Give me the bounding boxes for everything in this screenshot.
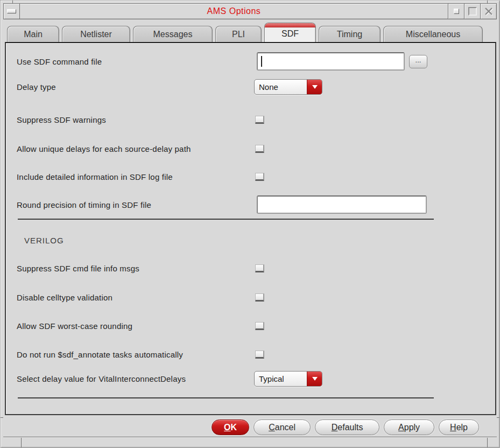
tab-timing[interactable]: Timing [319,26,381,42]
minimize-icon [454,9,459,14]
disable-celltype-label: Disable celltype validation [17,293,254,302]
no-sdf-annotate-checkbox[interactable] [255,351,264,359]
bottom-frame-line [3,437,497,437]
sdf-command-file-row: Use SDF command file ... [17,51,487,72]
tab-messages[interactable]: Messages [133,26,213,42]
delay-type-value: None [255,82,307,92]
disable-celltype-row: Disable celltype validation [17,287,487,307]
sdf-tab-panel: Use SDF command file ... Delay type None… [5,42,496,415]
tab-miscellaneous[interactable]: Miscellaneous [383,26,483,42]
dialog-footer: OK Cancel Defaults Apply Help [212,419,479,436]
worst-case-row: Allow SDF worst-case rounding [17,316,487,336]
disable-celltype-checkbox[interactable] [255,293,264,302]
round-precision-row: Round precision of timing in SDF file [17,194,487,215]
suppress-info-msgs-checkbox[interactable] [255,264,264,272]
frame-notch [497,417,499,418]
detailed-info-checkbox[interactable] [255,173,264,181]
ok-button[interactable]: OK [212,419,249,435]
suppress-info-msgs-label: Suppress SDF cmd file info msgs [17,264,254,273]
delay-type-label: Delay type [17,82,254,92]
window-title: AMS Options [20,4,448,19]
vital-delay-value: Typical [255,374,307,383]
vital-delay-label: Select delay value for VitalInterconnect… [17,374,254,383]
title-bar[interactable]: AMS Options [3,3,497,19]
round-precision-input[interactable] [257,195,427,214]
separator [18,397,434,398]
separator [18,219,434,220]
dropdown-arrow [307,372,322,386]
chevron-down-icon [312,85,318,89]
text-cursor [261,56,262,67]
frame-notch [487,437,488,447]
window-menu-button[interactable] [4,4,20,19]
suppress-warnings-checkbox[interactable] [255,116,264,124]
tab-bar: Main Netlister Messages PLI SDF Timing M… [7,23,483,42]
vital-delay-dropdown[interactable]: Typical [254,371,322,387]
verilog-section-label: VERILOG [24,236,64,245]
tab-main[interactable]: Main [7,26,59,42]
defaults-button[interactable]: Defaults [315,419,379,435]
minimize-button[interactable] [448,4,464,19]
detailed-info-row: Include detailed information in SDF log … [17,166,487,187]
browse-button[interactable]: ... [409,55,427,68]
tab-pli[interactable]: PLI [215,26,262,42]
tab-sdf[interactable]: SDF [264,23,316,42]
unique-delays-row: Allow unique delays for each source-dela… [17,138,487,159]
delay-type-dropdown[interactable]: None [254,79,322,95]
worst-case-checkbox[interactable] [255,322,264,330]
frame-notch [21,437,22,447]
detailed-info-label: Include detailed information in SDF log … [17,172,254,181]
help-button[interactable]: Help [439,419,479,435]
no-sdf-annotate-row: Do not run $sdf_annotate tasks automatic… [17,344,487,365]
sdf-command-file-label: Use SDF command file [17,57,254,66]
worst-case-label: Allow SDF worst-case rounding [17,321,254,331]
tab-netlister[interactable]: Netlister [62,26,130,42]
maximize-button[interactable] [464,4,480,19]
maximize-icon [468,7,477,16]
unique-delays-checkbox[interactable] [255,145,264,153]
suppress-info-msgs-row: Suppress SDF cmd file info msgs [17,258,487,278]
cancel-button[interactable]: Cancel [253,419,311,435]
suppress-warnings-row: Suppress SDF warnings [17,109,487,130]
chevron-down-icon [312,377,318,381]
close-icon [484,6,494,16]
frame-notch [1,417,3,418]
suppress-warnings-label: Suppress SDF warnings [17,115,254,124]
unique-delays-label: Allow unique delays for each source-dela… [17,144,254,153]
ams-options-dialog: AMS Options Main Netlister [0,0,500,448]
close-button[interactable] [480,4,496,19]
round-precision-label: Round precision of timing in SDF file [17,200,254,209]
window-menu-icon [7,9,16,13]
delay-type-row: Delay type None [17,76,487,97]
sdf-command-file-input[interactable] [257,52,405,71]
dropdown-arrow [307,80,322,94]
no-sdf-annotate-label: Do not run $sdf_annotate tasks automatic… [17,350,254,359]
vital-delay-row: Select delay value for VitalInterconnect… [17,368,487,389]
apply-button[interactable]: Apply [384,419,434,435]
